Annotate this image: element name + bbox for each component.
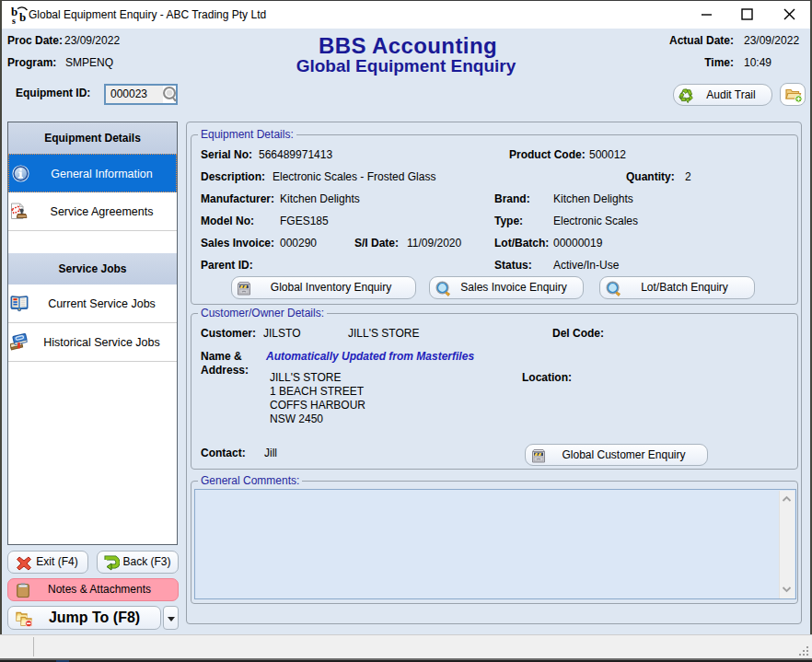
svg-text:b: b — [19, 10, 26, 24]
svg-text:s: s — [12, 16, 16, 25]
